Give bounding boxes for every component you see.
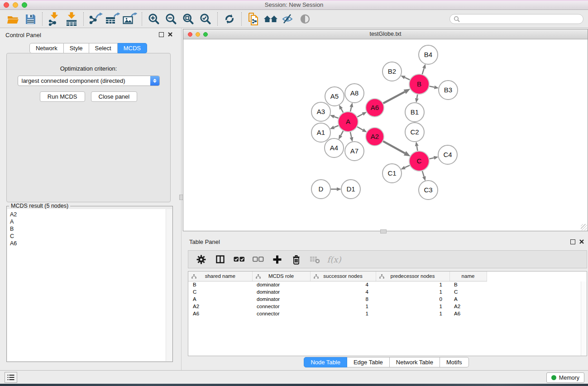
node-C2[interactable]: C2: [405, 123, 424, 142]
node-A4[interactable]: A4: [325, 138, 344, 157]
tab-mcds[interactable]: MCDS: [118, 43, 147, 53]
node-C[interactable]: C: [409, 151, 429, 171]
network-canvas[interactable]: B4B2BB3A5A8A6A3B1AA1C2A2A4A7CC4C1C3DD1: [183, 40, 588, 231]
mcds-result-item[interactable]: A: [7, 218, 172, 225]
column-header-MCDS-role[interactable]: MCDS role: [252, 272, 310, 281]
edge-A-A8[interactable]: [350, 107, 351, 111]
refresh-button[interactable]: [221, 11, 238, 27]
close-panel-button[interactable]: Close panel: [91, 91, 138, 102]
delete-table-button[interactable]: [309, 253, 321, 266]
zoom-out-button[interactable]: [163, 11, 180, 27]
node-C4[interactable]: C4: [438, 145, 457, 164]
node-B4[interactable]: B4: [419, 45, 438, 64]
horizontal-divider-handle[interactable]: [380, 229, 387, 234]
network-window-titlebar[interactable]: testGlobe.txt: [183, 29, 588, 39]
mcds-result-item[interactable]: A2: [7, 211, 172, 218]
column-header-predecessor-nodes[interactable]: predecessor nodes: [376, 272, 449, 281]
table-row[interactable]: A6connector11A6: [188, 310, 587, 317]
node-B1[interactable]: B1: [405, 103, 424, 122]
column-header-name[interactable]: name: [449, 272, 487, 281]
tab-style[interactable]: Style: [64, 43, 89, 53]
tab-network[interactable]: Network: [29, 43, 64, 53]
zoom-network-button[interactable]: [203, 32, 208, 37]
import-network-button[interactable]: [46, 11, 63, 27]
edge-C-C1[interactable]: [405, 165, 410, 167]
table-row[interactable]: Bdominator41B: [188, 281, 587, 288]
node-C3[interactable]: C3: [419, 181, 438, 200]
node-B[interactable]: B: [409, 74, 429, 94]
show-column-panel-button[interactable]: [214, 253, 226, 266]
tab-motifs[interactable]: Motifs: [440, 357, 469, 367]
edge-C-C2[interactable]: [417, 146, 418, 151]
edge-A-A5[interactable]: [341, 109, 344, 112]
close-table-panel-icon[interactable]: [579, 239, 584, 244]
node-D[interactable]: D: [311, 180, 330, 199]
node-A3[interactable]: A3: [311, 102, 330, 121]
table-row[interactable]: Cdominator41C: [188, 288, 587, 295]
search-input[interactable]: [462, 16, 579, 22]
mcds-result-list[interactable]: A2ABCA6: [7, 209, 172, 361]
node-A5[interactable]: A5: [325, 87, 344, 106]
edge-B-B1[interactable]: [417, 95, 417, 99]
edge-A-A1[interactable]: [334, 126, 339, 128]
zoom-fit-button[interactable]: [180, 11, 197, 27]
float-panel-icon[interactable]: [159, 32, 164, 37]
memory-button[interactable]: Memory: [546, 372, 584, 383]
edge-B-B2[interactable]: [405, 77, 410, 80]
tab-node-table[interactable]: Node Table: [304, 357, 347, 367]
edge-A-A3[interactable]: [334, 117, 338, 118]
node-A8[interactable]: A8: [345, 84, 364, 103]
node-A2[interactable]: A2: [366, 128, 384, 146]
node-A6[interactable]: A6: [366, 99, 384, 117]
close-window-button[interactable]: [4, 2, 9, 8]
search-field[interactable]: [449, 14, 583, 24]
export-image-button[interactable]: [121, 11, 139, 27]
node-A1[interactable]: A1: [311, 123, 330, 142]
mcds-result-item[interactable]: B: [7, 225, 172, 233]
float-table-panel-icon[interactable]: [570, 239, 575, 244]
node-C1[interactable]: C1: [382, 164, 402, 183]
criterion-select[interactable]: largest connected component (directed): [18, 76, 160, 86]
close-panel-icon[interactable]: [167, 32, 173, 37]
table-scrollbar[interactable]: [581, 281, 587, 356]
tab-network-table[interactable]: Network Table: [390, 357, 440, 367]
table-row[interactable]: Adominator80A: [188, 295, 587, 303]
mcds-result-item[interactable]: C: [7, 233, 172, 240]
mcds-list-scrollbar[interactable]: [166, 209, 172, 361]
edge-A-A4[interactable]: [341, 131, 344, 135]
edge-B-B3[interactable]: [430, 86, 435, 87]
edge-A-A2[interactable]: [357, 127, 363, 130]
node-B2[interactable]: B2: [382, 62, 402, 81]
edge-A6-B[interactable]: [383, 92, 405, 103]
column-header-shared-name[interactable]: shared name: [188, 272, 252, 281]
node-A[interactable]: A: [338, 112, 358, 132]
close-network-button[interactable]: [188, 32, 192, 37]
minimize-network-button[interactable]: [196, 32, 200, 37]
node-D1[interactable]: D1: [341, 180, 360, 199]
edge-B-B4[interactable]: [422, 68, 424, 74]
minimize-window-button[interactable]: [13, 2, 18, 8]
show-graphics-details-button[interactable]: [296, 11, 314, 27]
task-history-button[interactable]: [5, 372, 17, 383]
table-settings-button[interactable]: [195, 253, 207, 266]
node-table[interactable]: shared nameMCDS rolesuccessor nodesprede…: [188, 272, 587, 317]
table-row[interactable]: A2connector11A2: [188, 303, 587, 310]
import-table-button[interactable]: [63, 11, 80, 27]
zoom-window-button[interactable]: [22, 2, 27, 8]
edge-A-A6[interactable]: [357, 114, 363, 117]
deselect-all-columns-button[interactable]: [252, 253, 264, 266]
zoom-in-button[interactable]: [145, 11, 163, 27]
node-A7[interactable]: A7: [345, 142, 364, 161]
home-button[interactable]: [262, 11, 279, 27]
edge-A2-C[interactable]: [383, 141, 405, 153]
mcds-result-item[interactable]: A6: [7, 240, 172, 247]
tab-edge-table[interactable]: Edge Table: [347, 357, 390, 367]
export-table-button[interactable]: [104, 11, 121, 27]
window-resize-grip[interactable]: [581, 224, 587, 230]
node-B3[interactable]: B3: [439, 81, 458, 100]
run-mcds-button[interactable]: Run MCDS: [40, 91, 85, 102]
save-session-button[interactable]: [22, 11, 39, 27]
clone-network-button[interactable]: [245, 11, 262, 27]
open-session-button[interactable]: [5, 11, 22, 27]
export-network-button[interactable]: [87, 11, 104, 27]
